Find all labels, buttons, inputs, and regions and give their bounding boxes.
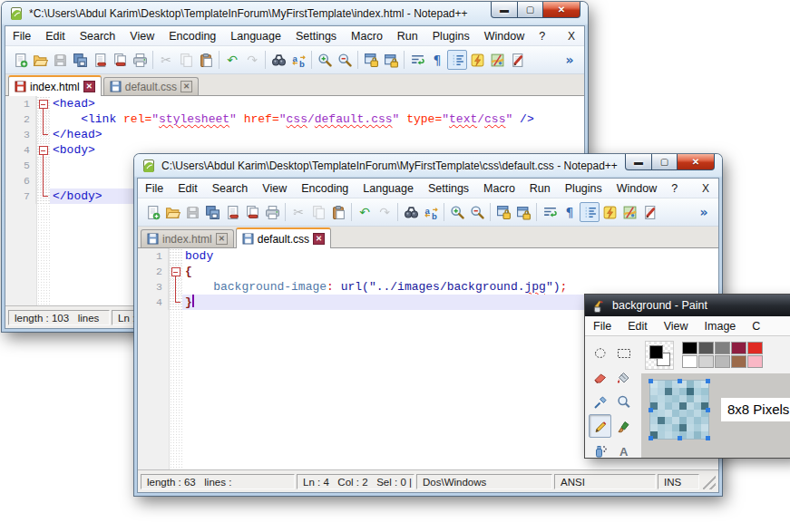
save-all-icon[interactable] — [70, 50, 90, 70]
macro-record-icon[interactable] — [639, 202, 659, 222]
print-icon[interactable] — [262, 202, 282, 222]
selection-handle[interactable] — [706, 436, 710, 440]
menu-item-file[interactable]: File — [5, 28, 38, 44]
menu-item-file[interactable]: File — [585, 318, 619, 334]
title-bar[interactable]: C:\Users\Abdul Karim\Desktop\TemplateInF… — [134, 154, 722, 178]
color-swatch[interactable] — [731, 342, 746, 354]
cut-icon[interactable]: ✂ — [288, 202, 308, 222]
selection-handle[interactable] — [649, 436, 653, 440]
macro-record-icon[interactable] — [507, 50, 527, 70]
replace-icon[interactable]: ab — [421, 202, 441, 222]
menu-item-edit[interactable]: Edit — [171, 180, 205, 197]
close-file-icon[interactable] — [222, 202, 242, 222]
fold-minus-marker[interactable] — [36, 142, 50, 158]
menu-item-encoding[interactable]: Encoding — [294, 180, 356, 197]
sync-scroll-h-icon[interactable] — [513, 202, 533, 222]
code-line-2[interactable]: 2 <link rel="stylesheet" href="css/defau… — [5, 111, 584, 127]
menu-item-encoding[interactable]: Encoding — [161, 28, 223, 44]
color-swatch[interactable] — [698, 342, 714, 354]
color-swatch[interactable] — [715, 342, 730, 354]
maximize-button[interactable]: ▢ — [518, 2, 543, 18]
redo-icon[interactable]: ↷ — [375, 202, 395, 222]
code-line-1[interactable]: 1<head> — [5, 96, 584, 111]
paint-canvas[interactable]: 8x8 Pixels — [641, 373, 790, 458]
color-swatch[interactable] — [715, 355, 730, 368]
code-text[interactable]: </head> — [50, 127, 584, 142]
code-text[interactable]: background-image: url("../images/backgro… — [182, 279, 718, 295]
replace-icon[interactable]: ab — [288, 50, 308, 70]
menu-item-language[interactable]: Language — [223, 28, 288, 44]
pixel-image-selection[interactable] — [650, 381, 708, 439]
selection-handle[interactable] — [649, 379, 653, 383]
close-button[interactable]: ✕ — [678, 154, 715, 170]
selection-handle[interactable] — [649, 408, 653, 412]
code-text[interactable]: { — [182, 264, 718, 279]
menu-item-help[interactable]: ? — [664, 180, 685, 197]
show-all-chars-icon[interactable]: ¶ — [427, 50, 447, 70]
print-icon[interactable] — [130, 50, 150, 70]
color-swatch[interactable] — [747, 342, 763, 354]
menu-item-edit[interactable]: Edit — [38, 28, 73, 44]
menu-item-macro[interactable]: Macro — [476, 180, 522, 197]
more-tools-icon[interactable]: » — [560, 50, 580, 70]
close-all-icon[interactable] — [242, 202, 262, 222]
code-line-1[interactable]: 1body — [138, 248, 718, 264]
zoom-in-icon[interactable] — [447, 202, 467, 222]
menu-item-window[interactable]: Window — [610, 180, 664, 197]
color-swatch[interactable] — [682, 355, 697, 368]
tab-close-icon[interactable]: ✕ — [216, 233, 228, 245]
title-bar[interactable]: background - Paint — [585, 295, 790, 316]
selection-handle[interactable] — [706, 379, 710, 383]
cut-icon[interactable]: ✂ — [156, 50, 176, 70]
pencil-tool[interactable] — [589, 414, 611, 438]
redo-icon[interactable]: ↷ — [242, 50, 262, 70]
tab-index-html[interactable]: index.html✕ — [8, 75, 102, 96]
color-swatch[interactable] — [682, 342, 697, 354]
tab-close-icon[interactable]: ✕ — [313, 233, 325, 245]
document-close-icon[interactable]: X — [702, 182, 709, 195]
paste-icon[interactable] — [196, 50, 216, 70]
eraser-tool[interactable] — [589, 365, 611, 389]
sync-scroll-h-icon[interactable] — [381, 50, 401, 70]
find-icon[interactable] — [268, 50, 288, 70]
brush-tool[interactable] — [612, 414, 635, 438]
menu-item-run[interactable]: Run — [390, 28, 425, 44]
indent-guide-icon[interactable] — [447, 50, 467, 70]
tab-close-icon[interactable]: ✕ — [83, 81, 95, 92]
word-wrap-icon[interactable] — [407, 50, 427, 70]
tab-default-css[interactable]: default.css✕ — [236, 227, 331, 248]
close-all-icon[interactable] — [110, 50, 130, 70]
undo-icon[interactable]: ↶ — [355, 202, 375, 222]
color-picker-tool[interactable] — [589, 390, 611, 413]
function-list-icon[interactable] — [600, 202, 619, 222]
menu-item-file[interactable]: File — [138, 180, 171, 197]
find-icon[interactable] — [401, 202, 421, 222]
menu-item-search[interactable]: Search — [205, 180, 256, 197]
code-line-3[interactable]: 3 background-image: url("../images/backg… — [138, 279, 718, 295]
menu-item-window[interactable]: Window — [477, 28, 532, 44]
document-close-icon[interactable]: X — [568, 30, 575, 43]
fold-minus-marker[interactable] — [169, 264, 182, 279]
copy-icon[interactable] — [176, 50, 196, 70]
menu-item-search[interactable]: Search — [73, 28, 123, 44]
open-file-icon[interactable] — [162, 202, 182, 222]
color-swatch[interactable] — [747, 355, 763, 368]
save-icon[interactable] — [182, 202, 202, 222]
rect-select-tool[interactable] — [612, 341, 635, 364]
new-file-icon[interactable] — [10, 50, 30, 70]
menu-item-help[interactable]: ? — [532, 28, 552, 44]
selection-handle[interactable] — [678, 379, 682, 383]
fold-minus-marker[interactable] — [36, 96, 50, 111]
freeform-select-tool[interactable] — [589, 341, 611, 364]
tab-default-css[interactable]: default.css✕ — [103, 77, 199, 95]
selection-handle[interactable] — [678, 436, 682, 440]
fill-bucket-tool[interactable] — [612, 365, 635, 389]
menu-item-edit[interactable]: Edit — [619, 318, 656, 334]
function-list-icon[interactable] — [467, 50, 487, 70]
selection-handle[interactable] — [706, 408, 710, 412]
color-swatch[interactable] — [731, 355, 746, 368]
doc-map-icon[interactable] — [487, 50, 507, 70]
code-line-2[interactable]: 2{ — [138, 264, 718, 279]
menu-item-c[interactable]: C — [744, 318, 768, 334]
airbrush-tool[interactable] — [589, 439, 611, 462]
